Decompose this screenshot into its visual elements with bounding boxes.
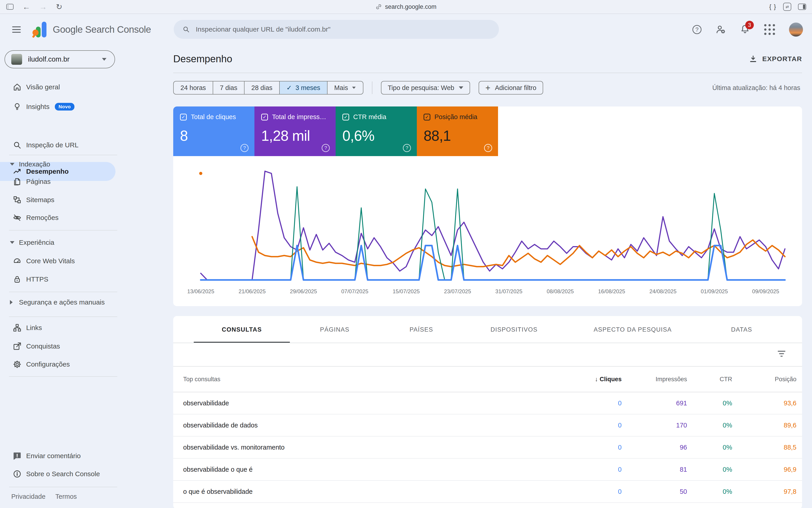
impressions-cell: 170 [622, 422, 687, 429]
sidebar-item-remocoes[interactable]: Remoções [0, 209, 116, 227]
checkbox-checked-icon[interactable] [424, 114, 430, 121]
sidebar-section-seguranca[interactable]: Segurança e ações manuais [0, 296, 116, 309]
filter-icon[interactable] [778, 351, 785, 356]
table-row[interactable]: observabilidade vs. monitoramento 0 96 0… [173, 436, 802, 459]
scorecard-total-impressions[interactable]: Total de impress… 1,28 mil ? [254, 107, 336, 156]
tab-consultas[interactable]: CONSULTAS [194, 316, 290, 343]
checkbox-checked-icon[interactable] [180, 114, 187, 121]
tab-dispositivos[interactable]: DISPOSITIVOS [480, 316, 548, 343]
chevron-right-icon [10, 300, 13, 304]
help-icon[interactable]: ? [241, 144, 249, 152]
column-header-ctr[interactable]: CTR [687, 376, 732, 383]
x-axis-label: 09/09/2025 [748, 288, 784, 295]
side-panel-icon[interactable] [798, 4, 806, 10]
sidebar-item-conquistas[interactable]: Conquistas [0, 337, 116, 355]
sidebar-item-sitemaps[interactable]: Sitemaps [0, 191, 116, 209]
date-range-chip-group: 24 horas 7 dias 28 dias ✓ 3 meses Mais [173, 81, 364, 94]
browser-sidebar-icon[interactable] [6, 4, 13, 10]
sidebar-item-inspecao-url[interactable]: Inspeção de URL [0, 136, 116, 154]
help-icon[interactable]: ? [484, 144, 492, 152]
chip-28-dias[interactable]: 28 dias [244, 81, 279, 94]
export-button[interactable]: EXPORTAR [749, 54, 802, 63]
property-selector[interactable]: iludolf.com.br [4, 50, 115, 68]
menu-icon[interactable] [12, 27, 21, 33]
scorecard-total-clicks[interactable]: Total de cliques 8 ? [173, 107, 254, 156]
table-row[interactable]: observabilidade o que é 0 81 0% 96,9 [173, 459, 802, 481]
tab-paises[interactable]: PAÍSES [387, 316, 455, 343]
divider [9, 316, 117, 317]
chip-24-horas[interactable]: 24 horas [174, 81, 213, 94]
notifications-bell[interactable]: 3 [740, 24, 750, 35]
help-icon[interactable]: ? [692, 25, 701, 34]
column-header-clicks[interactable]: ↓ Cliques [561, 376, 622, 383]
clicks-cell: 0 [561, 422, 622, 429]
sidebar-item-configuracoes[interactable]: Configurações [0, 355, 116, 373]
search-icon [182, 26, 190, 33]
sidebar-item-paginas[interactable]: Páginas [0, 173, 116, 190]
user-settings-icon[interactable] [716, 25, 726, 35]
query-cell[interactable]: observabilidade de dados [173, 422, 561, 429]
last-update-text: Última atualização: há 4 horas [712, 84, 800, 92]
clicks-cell: 0 [561, 488, 622, 495]
sidebar-item-label: Core Web Vitals [26, 257, 75, 265]
divider [9, 376, 117, 377]
help-icon[interactable]: ? [322, 144, 330, 152]
checkbox-checked-icon[interactable] [342, 114, 349, 121]
column-header-impressions[interactable]: Impressões [622, 376, 687, 383]
chip-3-meses[interactable]: ✓ 3 meses [279, 81, 327, 94]
x-axis-label: 15/07/2025 [388, 288, 424, 295]
checkbox-checked-icon[interactable] [261, 114, 268, 121]
table-row[interactable]: observabilidade 0 691 0% 93,6 [173, 392, 802, 414]
property-name: iludolf.com.br [28, 55, 70, 64]
tab-paginas[interactable]: PÁGINAS [301, 316, 369, 343]
sidebar-section-indexacao[interactable]: Indexação [0, 158, 116, 171]
scorecard-position[interactable]: Posição média 88,1 ? [417, 107, 498, 156]
devtools-icon[interactable]: { } [769, 3, 776, 10]
chip-mais[interactable]: Mais [327, 81, 363, 94]
search-type-button[interactable]: Tipo de pesquisa: Web [381, 81, 470, 94]
column-header-queries[interactable]: Top consultas [173, 376, 561, 383]
performance-line-chart[interactable]: 13/06/202521/06/202529/06/202507/07/2025… [173, 156, 802, 306]
sidebar-item-label: Inspeção de URL [26, 141, 79, 149]
info-icon [13, 469, 22, 478]
reload-icon[interactable]: ↻ [56, 3, 62, 11]
sidebar-item-enviar-comentario[interactable]: Enviar comentário [0, 447, 116, 465]
x-axis-label: 23/07/2025 [439, 288, 475, 295]
sidebar-item-https[interactable]: HTTPS [0, 270, 116, 288]
column-header-position[interactable]: Posição [732, 376, 797, 383]
scorecard-ctr[interactable]: CTR média 0,6% ? [336, 107, 417, 156]
tab-datas[interactable]: DATAS [708, 316, 775, 343]
sidebar-item-links[interactable]: Links [0, 319, 116, 337]
address-bar[interactable]: search.google.com [376, 3, 436, 10]
sidebar-item-visao-geral[interactable]: Visão geral [0, 78, 116, 96]
query-cell[interactable]: observabilidade o que é [173, 466, 561, 473]
back-icon[interactable]: ← [23, 3, 30, 11]
page-title: Desempenho [173, 53, 232, 65]
query-cell[interactable]: o que é observabilidade [173, 488, 561, 495]
sidebar-item-core-web-vitals[interactable]: Core Web Vitals [0, 252, 116, 270]
gsc-logo[interactable]: Google Search Console [33, 22, 151, 37]
sidebar-section-experiencia[interactable]: Experiência [0, 236, 116, 249]
sidebar-item-label: Visão geral [26, 83, 60, 91]
query-cell[interactable]: observabilidade vs. monitoramento [173, 444, 561, 451]
query-cell[interactable]: observabilidade [173, 399, 561, 407]
privacy-link[interactable]: Privacidade [11, 493, 46, 500]
table-row[interactable]: o que é observabilidade 0 50 0% 97,8 [173, 481, 802, 503]
extension-icon[interactable]: ⇄ [783, 3, 791, 11]
google-apps-icon[interactable] [764, 24, 775, 35]
help-icon[interactable]: ? [403, 144, 411, 152]
table-row[interactable]: observabilidade de dados 0 170 0% 89,6 [173, 414, 802, 436]
tab-aspecto-pesquisa[interactable]: ASPECTO DA PESQUISA [576, 316, 689, 343]
sidebar-item-insights[interactable]: Insights Novo [0, 98, 116, 116]
terms-link[interactable]: Termos [55, 493, 77, 500]
chip-7-dias[interactable]: 7 dias [213, 81, 244, 94]
divider [9, 292, 117, 292]
url-inspect-input[interactable] [196, 26, 499, 33]
url-inspect-searchbar[interactable] [174, 20, 499, 39]
avatar[interactable] [789, 23, 803, 37]
sidebar-item-label: Remoções [26, 214, 58, 221]
add-filter-button[interactable]: + Adicionar filtro [479, 81, 543, 94]
plus-icon: + [485, 83, 490, 92]
sidebar-item-sobre[interactable]: Sobre o Search Console [0, 465, 116, 483]
table-header: Top consultas ↓ Cliques Impressões CTR P… [173, 367, 802, 392]
